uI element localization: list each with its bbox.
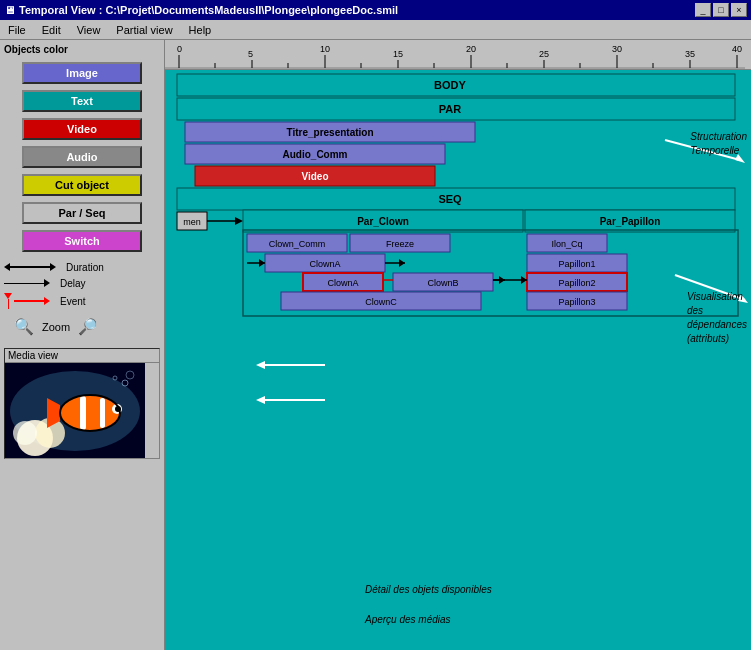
image-color-btn[interactable]: Image — [22, 62, 142, 84]
svg-text:Papillon1: Papillon1 — [558, 259, 595, 269]
left-panel: Objects color Image Text Video Audio Cut… — [0, 40, 165, 650]
delay-label: Delay — [60, 278, 86, 289]
svg-rect-6 — [80, 396, 86, 430]
timeline-area: BODY PAR Titre_presentation Audio_Comm V… — [165, 70, 751, 650]
title-text: Temporal View : C:\Projet\DocumentsMadeu… — [19, 4, 398, 16]
close-button[interactable]: × — [731, 3, 747, 17]
svg-text:SEQ: SEQ — [438, 193, 462, 205]
structuration-annotation: StructurationTemporelle — [690, 130, 747, 158]
delay-legend: Delay — [4, 277, 160, 289]
legend-area: Duration Delay — [4, 261, 160, 309]
text-color-btn[interactable]: Text — [22, 90, 142, 112]
svg-text:Par_Clown: Par_Clown — [357, 216, 409, 227]
svg-text:Audio_Comm: Audio_Comm — [283, 149, 348, 160]
svg-text:35: 35 — [685, 49, 695, 59]
duration-arrow-right — [50, 263, 56, 271]
media-image — [5, 363, 145, 458]
duration-label: Duration — [66, 262, 104, 273]
right-panel: 0 5 10 15 20 25 30 — [165, 40, 751, 650]
svg-text:10: 10 — [320, 44, 330, 54]
svg-text:Video: Video — [301, 171, 328, 182]
zoom-row: 🔍 Zoom 🔎 — [4, 317, 160, 336]
svg-text:Freeze: Freeze — [386, 239, 414, 249]
svg-text:40: 40 — [732, 44, 742, 54]
event-label: Event — [60, 296, 86, 307]
duration-legend: Duration — [4, 261, 160, 273]
svg-text:Titre_presentation: Titre_presentation — [286, 127, 373, 138]
media-view-label: Media view — [5, 349, 159, 363]
media-canvas — [5, 363, 145, 458]
title-bar-left: 🖥 Temporal View : C:\Projet\DocumentsMad… — [4, 4, 398, 16]
svg-text:Ilon_Cq: Ilon_Cq — [551, 239, 582, 249]
zoom-out-icon[interactable]: 🔎 — [78, 317, 98, 336]
svg-text:ClownA: ClownA — [309, 259, 340, 269]
svg-text:5: 5 — [248, 49, 253, 59]
minimize-button[interactable]: _ — [695, 3, 711, 17]
menu-help[interactable]: Help — [185, 23, 216, 37]
objects-color-label: Objects color — [4, 44, 160, 55]
media-view-panel: Media view — [4, 348, 160, 459]
timeline-svg: BODY PAR Titre_presentation Audio_Comm V… — [165, 70, 751, 650]
title-bar-buttons: _ □ × — [695, 3, 747, 17]
svg-text:ClownA: ClownA — [327, 278, 358, 288]
maximize-button[interactable]: □ — [713, 3, 729, 17]
svg-text:Papillon2: Papillon2 — [558, 278, 595, 288]
svg-text:20: 20 — [466, 44, 476, 54]
svg-text:ClownC: ClownC — [365, 297, 397, 307]
svg-text:BODY: BODY — [434, 79, 466, 91]
menu-edit[interactable]: Edit — [38, 23, 65, 37]
timeline-ruler: 0 5 10 15 20 25 30 — [165, 40, 751, 70]
switch-color-btn[interactable]: Switch — [22, 230, 142, 252]
svg-text:PAR: PAR — [439, 103, 461, 115]
menu-bar: File Edit View Partial view Help — [0, 20, 751, 40]
svg-text:15: 15 — [393, 49, 403, 59]
menu-partial-view[interactable]: Partial view — [112, 23, 176, 37]
duration-arrow — [4, 261, 56, 273]
svg-text:Papillon3: Papillon3 — [558, 297, 595, 307]
app-icon: 🖥 — [4, 4, 15, 16]
duration-shaft — [10, 266, 50, 268]
detail-annotation: Détail des objets disponibles — [365, 584, 492, 595]
svg-rect-7 — [100, 398, 105, 428]
main-container: Objects color Image Text Video Audio Cut… — [0, 40, 751, 650]
svg-text:25: 25 — [539, 49, 549, 59]
title-bar: 🖥 Temporal View : C:\Projet\DocumentsMad… — [0, 0, 751, 20]
svg-point-4 — [13, 421, 37, 445]
apercu-annotation: Aperçu des médias — [365, 614, 451, 625]
cut-object-color-btn[interactable]: Cut object — [22, 174, 142, 196]
visualisation-annotation: Visualisationdesdépendances(attributs) — [687, 290, 747, 346]
event-legend: Event — [4, 293, 160, 309]
menu-file[interactable]: File — [4, 23, 30, 37]
zoom-label: Zoom — [42, 321, 70, 333]
ruler-svg: 0 5 10 15 20 25 30 — [165, 40, 751, 70]
svg-text:Par_Papillon: Par_Papillon — [600, 216, 661, 227]
svg-text:30: 30 — [612, 44, 622, 54]
delay-arrow-right — [44, 279, 50, 287]
svg-text:0: 0 — [177, 44, 182, 54]
par-seq-color-btn[interactable]: Par / Seq — [22, 202, 142, 224]
svg-text:men: men — [183, 217, 201, 227]
video-color-btn[interactable]: Video — [22, 118, 142, 140]
svg-text:Clown_Comm: Clown_Comm — [269, 239, 326, 249]
delay-arrow — [4, 277, 50, 289]
zoom-in-icon[interactable]: 🔍 — [14, 317, 34, 336]
svg-text:ClownB: ClownB — [427, 278, 458, 288]
menu-view[interactable]: View — [73, 23, 105, 37]
audio-color-btn[interactable]: Audio — [22, 146, 142, 168]
